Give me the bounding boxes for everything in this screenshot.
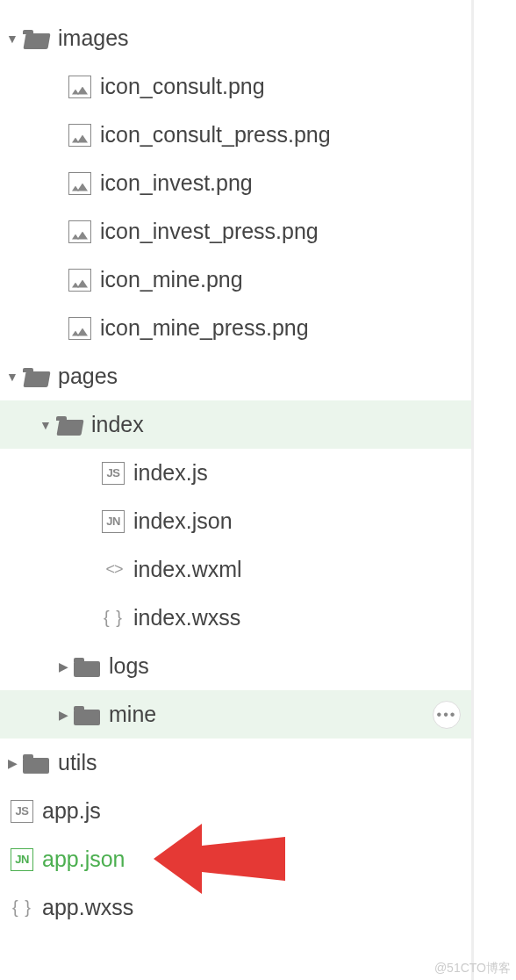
- file-index-wxml[interactable]: < > index.wxml: [0, 545, 471, 594]
- folder-index[interactable]: ▼ index: [0, 400, 471, 449]
- chevron-down-icon: ▼: [39, 418, 53, 432]
- file-app-wxss[interactable]: { } app.wxss: [0, 883, 471, 932]
- wxss-file-icon: { }: [11, 897, 33, 919]
- folder-icon: [74, 704, 100, 725]
- chevron-down-icon: ▼: [5, 32, 19, 46]
- file-label: icon_invest_press.png: [100, 219, 319, 244]
- chevron-right-icon: ▶: [56, 708, 70, 722]
- file-label: icon_mine.png: [100, 267, 243, 292]
- wxml-file-icon: < >: [102, 558, 125, 581]
- file-icon-invest[interactable]: icon_invest.png: [0, 159, 471, 207]
- chevron-down-icon: ▼: [5, 370, 19, 384]
- folder-icon: [74, 656, 100, 677]
- folder-label: mine: [109, 702, 156, 727]
- file-app-js[interactable]: JS app.js: [0, 787, 471, 835]
- file-label: app.wxss: [42, 895, 133, 920]
- more-menu-button[interactable]: •••: [433, 701, 461, 729]
- folder-label: pages: [58, 364, 118, 389]
- file-index-js[interactable]: JS index.js: [0, 449, 471, 497]
- folder-mine[interactable]: ▶ mine •••: [0, 690, 471, 739]
- image-file-icon: [68, 172, 91, 195]
- folder-label: index: [91, 412, 144, 437]
- folder-open-icon: [23, 28, 49, 49]
- folder-open-icon: [56, 414, 82, 436]
- folder-images[interactable]: ▼ images: [0, 14, 471, 62]
- wxss-file-icon: { }: [102, 607, 125, 630]
- file-label: app.js: [42, 798, 101, 824]
- file-icon-mine[interactable]: icon_mine.png: [0, 256, 471, 304]
- file-tree: ▼ images icon_consult.png icon_consult_p…: [0, 0, 474, 980]
- image-file-icon: [68, 76, 91, 98]
- image-file-icon: [68, 269, 91, 292]
- folder-utils[interactable]: ▶ utils: [0, 739, 471, 787]
- file-label: index.wxml: [133, 557, 242, 582]
- file-label: icon_consult_press.png: [100, 122, 331, 148]
- js-file-icon: JS: [11, 800, 33, 823]
- file-label: app.json: [42, 847, 125, 872]
- js-file-icon: JS: [102, 462, 125, 485]
- file-icon-mine-press[interactable]: icon_mine_press.png: [0, 304, 471, 352]
- folder-label: logs: [109, 653, 149, 679]
- chevron-right-icon: ▶: [56, 659, 70, 674]
- image-file-icon: [68, 220, 91, 243]
- file-label: index.wxss: [133, 605, 240, 631]
- image-file-icon: [68, 317, 91, 340]
- file-icon-consult[interactable]: icon_consult.png: [0, 62, 471, 111]
- json-file-icon: JN: [11, 848, 33, 871]
- file-icon-consult-press[interactable]: icon_consult_press.png: [0, 111, 471, 159]
- image-file-icon: [68, 124, 91, 147]
- watermark: @51CTO博客: [434, 961, 511, 976]
- file-app-json[interactable]: JN app.json: [0, 835, 471, 883]
- file-index-json[interactable]: JN index.json: [0, 497, 471, 545]
- file-label: icon_invest.png: [100, 170, 253, 196]
- folder-logs[interactable]: ▶ logs: [0, 642, 471, 690]
- file-label: index.json: [133, 508, 233, 534]
- folder-label: utils: [58, 750, 97, 775]
- file-label: icon_mine_press.png: [100, 315, 309, 341]
- folder-open-icon: [23, 366, 49, 387]
- file-index-wxss[interactable]: { } index.wxss: [0, 594, 471, 642]
- folder-label: images: [58, 25, 129, 51]
- json-file-icon: JN: [102, 510, 125, 533]
- file-label: index.js: [133, 460, 208, 486]
- folder-pages[interactable]: ▼ pages: [0, 352, 471, 400]
- folder-icon: [23, 753, 49, 774]
- file-icon-invest-press[interactable]: icon_invest_press.png: [0, 207, 471, 256]
- file-label: icon_consult.png: [100, 74, 265, 99]
- chevron-right-icon: ▶: [5, 756, 19, 770]
